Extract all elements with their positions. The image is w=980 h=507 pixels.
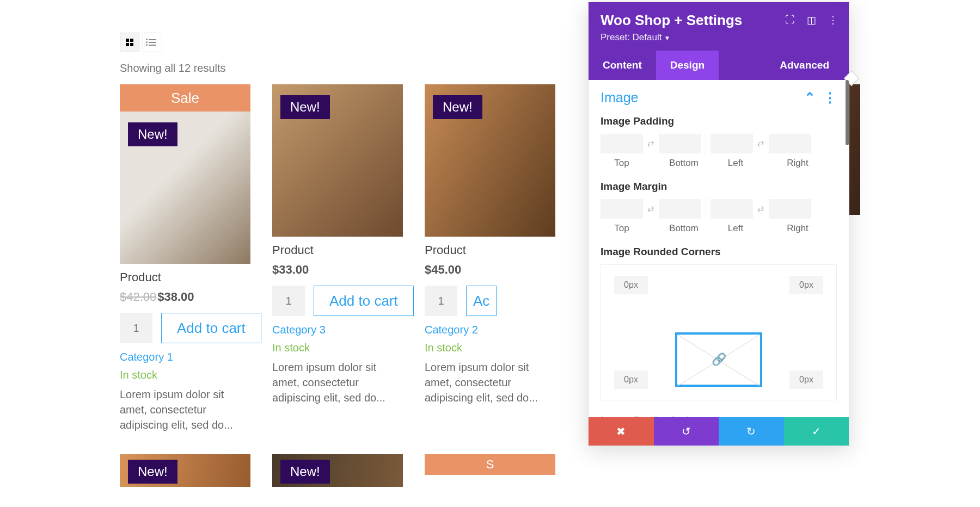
padding-bottom-input[interactable] xyxy=(659,134,701,153)
section-menu-icon[interactable]: ⋮ xyxy=(823,90,837,106)
save-button[interactable]: ✓ xyxy=(784,417,849,446)
redo-icon: ↻ xyxy=(746,425,756,438)
product-title[interactable]: Product xyxy=(272,243,403,257)
tab-advanced[interactable]: Advanced xyxy=(765,51,843,80)
grid-icon xyxy=(126,39,133,46)
padding-top-input[interactable] xyxy=(601,134,643,153)
product-card: New! Product $45.00 Ac Category 2 In sto… xyxy=(425,84,555,432)
close-icon: ✖ xyxy=(616,425,626,438)
padding-inputs: ⇄ ⇄ xyxy=(601,134,837,153)
product-price: $33.00 xyxy=(272,263,403,277)
old-price: $42.00 xyxy=(120,290,156,304)
corner-br-input[interactable] xyxy=(789,370,823,389)
section-title[interactable]: Image xyxy=(601,90,638,106)
link-icon[interactable]: ⇄ xyxy=(757,204,764,214)
product-card: S xyxy=(425,454,555,487)
corner-tl-input[interactable] xyxy=(614,276,648,294)
kebab-menu-icon[interactable]: ⋮ xyxy=(828,14,838,26)
list-icon xyxy=(149,39,156,46)
collapse-icon[interactable]: ⌃ xyxy=(804,90,816,106)
add-to-cart-button[interactable]: Add to cart xyxy=(314,286,414,316)
product-card: New! xyxy=(120,454,250,487)
new-badge: New! xyxy=(128,122,177,146)
corners-preview: 🔗 xyxy=(675,332,762,387)
chevron-down-icon: ▼ xyxy=(664,34,670,42)
product-title[interactable]: Product xyxy=(120,270,250,285)
product-price: $42.00$38.00 xyxy=(120,290,250,304)
link-icon[interactable]: ⇄ xyxy=(647,204,654,214)
panel-tabs: Content Design Advanced xyxy=(589,51,849,80)
panel-body[interactable]: Image ⌃ ⋮ Image Padding ⇄ ⇄ Top Bottom L… xyxy=(589,80,849,417)
corner-tr-input[interactable] xyxy=(789,276,823,294)
link-icon[interactable]: ⇄ xyxy=(647,139,654,149)
close-button[interactable]: ✖ xyxy=(589,417,654,446)
product-title[interactable]: Product xyxy=(425,243,555,257)
product-image[interactable]: New! xyxy=(120,112,250,264)
expand-icon[interactable]: ⛶ xyxy=(785,14,795,26)
new-badge: New! xyxy=(128,460,177,484)
margin-bottom-input[interactable] xyxy=(659,199,701,219)
corner-bl-input[interactable] xyxy=(614,370,648,389)
settings-panel: Woo Shop + Settings Preset: Default▼ ⛶ ◫… xyxy=(588,2,849,446)
list-view-button[interactable] xyxy=(143,33,162,52)
product-card: New! xyxy=(272,454,403,487)
product-image[interactable]: New! xyxy=(272,454,403,487)
new-badge: New! xyxy=(280,95,330,119)
scrollbar[interactable] xyxy=(846,80,849,145)
sale-badge: Sale xyxy=(120,84,250,112)
product-category[interactable]: Category 3 xyxy=(272,324,403,336)
stock-status: In stock xyxy=(425,342,555,354)
product-image[interactable]: New! xyxy=(425,84,555,237)
rounded-corners-control: 🔗 xyxy=(601,264,837,400)
preset-selector[interactable]: Preset: Default▼ xyxy=(601,32,837,43)
current-price: $38.00 xyxy=(157,290,194,304)
new-badge: New! xyxy=(280,460,330,484)
stock-status: In stock xyxy=(272,342,403,354)
product-description: Lorem ipsum dolor sit amet, consectetur … xyxy=(272,360,403,405)
quantity-input[interactable] xyxy=(120,313,152,343)
undo-button[interactable]: ↺ xyxy=(654,417,719,446)
image-margin-label: Image Margin xyxy=(601,181,837,193)
quantity-input[interactable] xyxy=(272,286,305,316)
margin-inputs: ⇄ ⇄ xyxy=(601,199,837,219)
snap-icon[interactable]: ◫ xyxy=(807,14,816,26)
margin-left-input[interactable] xyxy=(710,199,753,219)
undo-icon: ↺ xyxy=(682,425,691,438)
product-card: Sale New! Product $42.00$38.00 Add to ca… xyxy=(120,84,250,432)
panel-footer: ✖ ↺ ↻ ✓ xyxy=(589,417,849,446)
product-price: $45.00 xyxy=(425,263,555,277)
image-padding-label: Image Padding xyxy=(601,115,837,127)
new-badge: New! xyxy=(433,95,482,119)
border-styles-label: Image Border Styles xyxy=(601,415,837,417)
add-to-cart-button[interactable]: Ac xyxy=(466,286,497,316)
product-category[interactable]: Category 2 xyxy=(425,324,555,336)
add-to-cart-button[interactable]: Add to cart xyxy=(161,313,261,343)
panel-header: Woo Shop + Settings Preset: Default▼ ⛶ ◫… xyxy=(589,2,849,51)
current-price: $45.00 xyxy=(425,263,461,276)
grid-view-button[interactable] xyxy=(120,33,139,52)
stock-status: In stock xyxy=(120,369,250,381)
sale-badge: S xyxy=(425,454,555,475)
tab-content[interactable]: Content xyxy=(589,51,656,80)
rounded-corners-label: Image Rounded Corners xyxy=(601,246,837,258)
padding-right-input[interactable] xyxy=(769,134,811,153)
redo-button[interactable]: ↻ xyxy=(719,417,784,446)
margin-top-input[interactable] xyxy=(601,199,643,219)
tab-design[interactable]: Design xyxy=(656,51,719,80)
product-description: Lorem ipsum dolor sit amet, consectetur … xyxy=(425,360,555,405)
margin-right-input[interactable] xyxy=(769,199,811,219)
product-image[interactable]: New! xyxy=(272,84,403,237)
link-icon[interactable]: ⇄ xyxy=(757,139,764,149)
product-card: New! Product $33.00 Add to cart Category… xyxy=(272,84,403,432)
product-image[interactable]: New! xyxy=(120,454,250,487)
current-price: $33.00 xyxy=(272,263,309,276)
product-category[interactable]: Category 1 xyxy=(120,351,250,363)
link-icon[interactable]: 🔗 xyxy=(712,353,726,367)
padding-left-input[interactable] xyxy=(710,134,753,153)
check-icon: ✓ xyxy=(812,425,821,438)
quantity-input[interactable] xyxy=(425,286,457,316)
product-description: Lorem ipsum dolor sit amet, consectetur … xyxy=(120,387,250,432)
